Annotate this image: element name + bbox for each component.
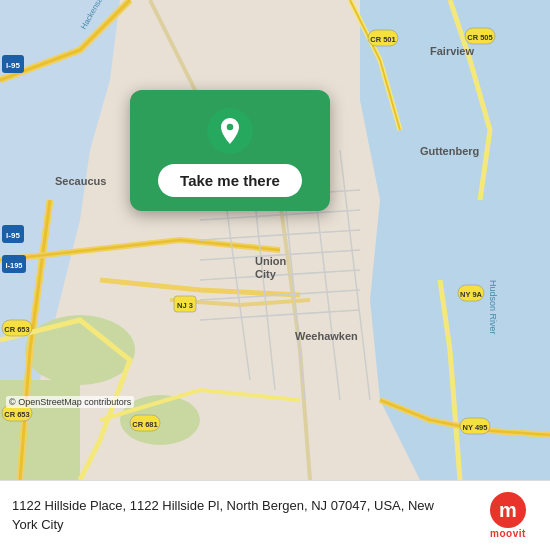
svg-text:Union: Union (255, 255, 286, 267)
svg-text:CR 505: CR 505 (467, 33, 492, 42)
moovit-wordmark: moovit (490, 528, 526, 539)
svg-text:I-195: I-195 (5, 261, 22, 270)
svg-text:Guttenberg: Guttenberg (420, 145, 479, 157)
svg-text:m: m (499, 499, 517, 521)
location-card: Take me there (130, 90, 330, 211)
moovit-logo: m moovit (478, 492, 538, 539)
address-text: 1122 Hillside Place, 1122 Hillside Pl, N… (12, 497, 452, 533)
svg-text:Hudson River: Hudson River (488, 280, 498, 335)
info-bar: 1122 Hillside Place, 1122 Hillside Pl, N… (0, 480, 550, 550)
svg-rect-6 (0, 380, 80, 480)
svg-text:NY 9A: NY 9A (460, 290, 483, 299)
svg-text:I-95: I-95 (6, 61, 20, 70)
take-me-there-button[interactable]: Take me there (158, 164, 302, 197)
svg-text:CR 501: CR 501 (370, 35, 395, 44)
svg-text:NY 495: NY 495 (463, 423, 488, 432)
moovit-icon: m (490, 492, 526, 528)
svg-text:Fairview: Fairview (430, 45, 474, 57)
svg-text:Secaucus: Secaucus (55, 175, 106, 187)
svg-text:CR 681: CR 681 (132, 420, 157, 429)
svg-text:I-95: I-95 (6, 231, 20, 240)
svg-text:CR 653: CR 653 (4, 410, 29, 419)
svg-text:Weehawken: Weehawken (295, 330, 358, 342)
map-container: I-95 I-95 I-195 CR 501 CR 505 CR 653 CR … (0, 0, 550, 480)
svg-text:CR 653: CR 653 (4, 325, 29, 334)
map-background: I-95 I-95 I-195 CR 501 CR 505 CR 653 CR … (0, 0, 550, 480)
location-pin-icon (207, 108, 253, 154)
svg-text:City: City (255, 268, 277, 280)
copyright-notice: © OpenStreetMap contributors (6, 396, 134, 408)
svg-text:NJ 3: NJ 3 (177, 301, 193, 310)
